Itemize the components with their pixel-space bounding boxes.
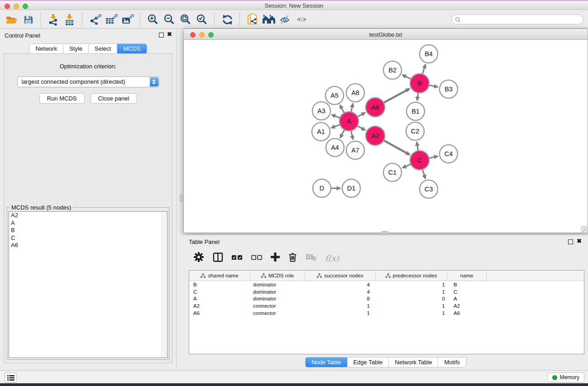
graph-edge-C-C2[interactable] xyxy=(417,142,418,151)
tab-mcds[interactable]: MCDS xyxy=(117,44,146,53)
run-mcds-button[interactable]: Run MCDS xyxy=(39,93,85,104)
graph-edge-B-B4[interactable] xyxy=(422,64,425,74)
search-input[interactable] xyxy=(463,16,578,23)
tab-node-table[interactable]: Node Table xyxy=(306,357,348,367)
graph-node-label-C4: C4 xyxy=(445,150,453,157)
graph-edge-B-B1[interactable] xyxy=(417,93,418,100)
zoom-in-icon[interactable] xyxy=(145,12,161,27)
graph-node-label-C2: C2 xyxy=(411,128,420,135)
network-window-titlebar[interactable]: testGlobe.txt xyxy=(183,29,588,40)
table-row[interactable]: A2connector11A2 xyxy=(189,302,584,310)
tab-network[interactable]: Network xyxy=(29,44,63,53)
graph-edge-A-A2[interactable] xyxy=(357,126,365,130)
show-all-icon[interactable] xyxy=(293,12,310,27)
task-history-button[interactable] xyxy=(5,372,17,383)
float-panel-icon[interactable] xyxy=(159,33,164,38)
unselect-all-columns-icon[interactable] xyxy=(251,254,262,262)
graph-edge-C-C1[interactable] xyxy=(402,164,411,168)
graph-edge-A6-B[interactable] xyxy=(383,89,410,103)
table-panel-title: Table Panel xyxy=(189,238,220,245)
tab-network-table[interactable]: Network Table xyxy=(389,357,438,367)
graph-node-label-A7: A7 xyxy=(351,147,359,154)
control-panel: Control Panel ✖ Network Style Select MCD… xyxy=(0,29,177,370)
close-table-panel-icon[interactable]: ✖ xyxy=(577,238,582,244)
table-panel: Table Panel ✖ f(x) xyxy=(183,235,588,370)
graph-edge-A-A8[interactable] xyxy=(351,103,353,112)
graph-edge-A-A1[interactable] xyxy=(331,124,340,128)
export-image-icon[interactable] xyxy=(120,12,136,27)
import-network-icon[interactable] xyxy=(45,12,62,27)
fit-content-icon[interactable] xyxy=(177,12,194,27)
criterion-dropdown[interactable]: largest connected component (directed) xyxy=(17,76,159,87)
list-item[interactable]: B xyxy=(9,227,167,234)
splitpane-handle-vertical[interactable] xyxy=(180,195,183,202)
new-network-from-selection-icon[interactable] xyxy=(244,12,261,27)
close-panel-button[interactable]: Close panel xyxy=(91,93,137,104)
graph-node-label-D: D xyxy=(320,185,324,192)
graph-edge-B-B3[interactable] xyxy=(429,85,438,87)
refresh-icon[interactable] xyxy=(219,12,235,27)
column-header-mcds-role[interactable]: MCDS role xyxy=(250,271,305,281)
window-title: Session: New Session xyxy=(0,2,588,9)
close-panel-icon[interactable]: ✖ xyxy=(167,31,172,38)
table-row[interactable]: Bdominator41B xyxy=(189,281,584,288)
memory-status-icon xyxy=(552,375,557,380)
graph-edge-A-A5[interactable] xyxy=(340,105,344,113)
table-settings-gear-icon[interactable] xyxy=(193,252,204,264)
graph-edge-A2-C[interactable] xyxy=(383,140,410,155)
list-item[interactable]: A2 xyxy=(9,212,167,219)
graph-node-label-A4: A4 xyxy=(331,144,339,151)
hide-selected-icon[interactable] xyxy=(277,12,293,27)
float-table-panel-icon[interactable] xyxy=(568,239,573,244)
graph-edge-A-A3[interactable] xyxy=(331,114,340,118)
zoom-out-icon[interactable] xyxy=(161,12,177,27)
graph-edge-A-A4[interactable] xyxy=(340,130,344,138)
memory-button[interactable]: Memory xyxy=(547,372,584,382)
list-item[interactable]: A xyxy=(9,219,167,227)
import-table-icon[interactable] xyxy=(62,12,78,27)
list-item[interactable]: C xyxy=(9,234,167,242)
column-header-name[interactable]: name xyxy=(447,271,487,281)
column-header-predecessor-nodes[interactable]: predecessor nodes xyxy=(376,271,447,281)
graph-node-label-C3: C3 xyxy=(425,186,433,193)
tab-motifs[interactable]: Motifs xyxy=(438,357,466,367)
zoom-selected-icon[interactable] xyxy=(194,12,210,27)
select-all-columns-icon[interactable] xyxy=(232,254,243,262)
show-columns-icon[interactable] xyxy=(213,252,223,264)
export-table-icon[interactable] xyxy=(103,12,120,27)
graph-edge-C-C3[interactable] xyxy=(422,169,425,179)
save-session-icon[interactable] xyxy=(20,12,36,27)
splitpane-handle-horizontal[interactable] xyxy=(381,231,388,234)
criterion-dropdown-value: largest connected component (directed) xyxy=(22,78,125,85)
delete-column-trash-icon[interactable] xyxy=(288,252,297,264)
column-header-shared-name[interactable]: shared name xyxy=(189,271,250,281)
network-canvas[interactable]: B4B2BB3A5A8A6B1A3AA1C2A2A4A7C4CC1C3DD1 xyxy=(183,40,588,233)
graph-edge-C-C4[interactable] xyxy=(429,156,438,158)
network-graph[interactable]: B4B2BB3A5A8A6B1A3AA1C2A2A4A7C4CC1C3DD1 xyxy=(184,40,588,232)
graph-edge-B-B2[interactable] xyxy=(402,75,411,79)
window-resize-grip[interactable] xyxy=(581,226,587,232)
tab-edge-table[interactable]: Edge Table xyxy=(347,357,389,367)
tab-style[interactable]: Style xyxy=(63,44,89,53)
table-row[interactable]: Adominator80A xyxy=(189,295,584,303)
graph-node-label-A3: A3 xyxy=(317,107,325,114)
table-row[interactable]: Cdominator41C xyxy=(189,288,584,295)
open-session-icon[interactable] xyxy=(4,12,20,27)
table-row[interactable]: A6connector11A6 xyxy=(189,310,584,317)
status-bar: Memory xyxy=(0,370,588,383)
graph-node-label-B1: B1 xyxy=(411,108,420,115)
export-network-icon[interactable] xyxy=(87,12,103,27)
list-item[interactable]: A6 xyxy=(9,242,167,249)
column-header-successor-nodes[interactable]: successor nodes xyxy=(305,271,376,281)
graph-node-label-B3: B3 xyxy=(445,86,453,93)
search-field[interactable] xyxy=(451,14,583,24)
tab-select[interactable]: Select xyxy=(89,44,117,53)
graph-edge-A-A6[interactable] xyxy=(358,113,365,117)
graph-edge-A-A7[interactable] xyxy=(351,131,353,140)
mcds-panel: Optimization criterion: largest connecte… xyxy=(4,53,172,363)
create-column-icon[interactable] xyxy=(271,253,280,263)
toolbar-separator xyxy=(214,13,215,26)
result-scrollbar[interactable] xyxy=(161,212,167,357)
network-view-window: testGlobe.txt B4B2BB3A5A8A6B1A3AA1C2A2A4… xyxy=(183,29,588,233)
first-neighbors-icon[interactable] xyxy=(261,12,277,27)
